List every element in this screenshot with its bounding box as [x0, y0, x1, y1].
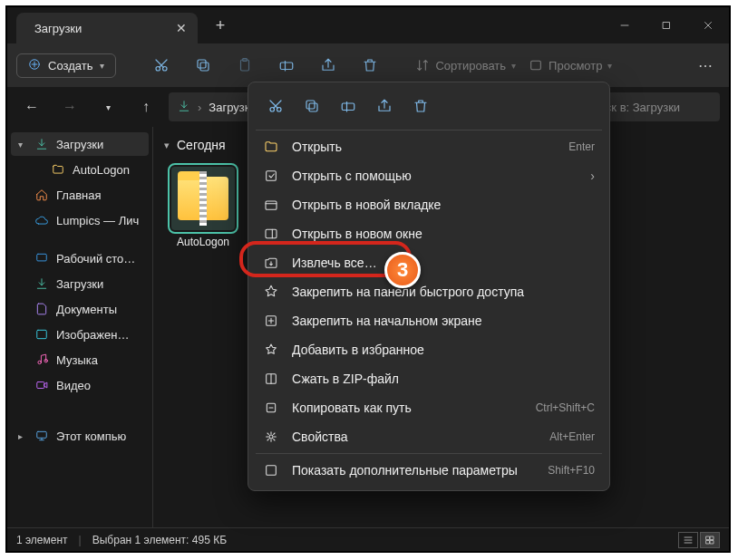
svg-rect-19 [711, 540, 714, 544]
close-tab-icon[interactable]: ✕ [176, 21, 187, 35]
ctx-open-new-window[interactable]: Открыть в новом окне [248, 219, 609, 248]
create-label: Создать [48, 59, 92, 72]
download-icon [178, 100, 190, 115]
svg-rect-16 [706, 536, 710, 540]
forward-button[interactable]: → [54, 92, 85, 122]
chevron-down-icon: ▾ [164, 140, 170, 151]
new-tab-button[interactable]: + [205, 16, 236, 35]
close-window-button[interactable] [687, 7, 729, 43]
sidebar-item-label: Изображен… [56, 328, 129, 342]
ctx-show-more[interactable]: Показать дополнительные параметры Shift+… [248, 456, 609, 485]
up-button[interactable]: ↑ [131, 92, 161, 122]
browser-tab[interactable]: Загрузки ✕ [16, 13, 198, 43]
document-icon [34, 302, 49, 316]
svg-rect-26 [266, 201, 277, 209]
ctx-delete-button[interactable] [406, 92, 435, 121]
sort-button[interactable]: Сортировать▾ [415, 58, 516, 72]
svg-rect-11 [37, 330, 47, 338]
ctx-extract-all[interactable]: Извлечь все… [248, 248, 609, 277]
context-menu: Открыть Enter Открыть с помощью › Открыт… [248, 82, 610, 491]
pictures-icon [34, 327, 49, 342]
back-button[interactable]: ← [16, 92, 47, 122]
zip-icon [178, 177, 228, 220]
paste-button[interactable] [230, 51, 259, 80]
ctx-properties[interactable]: Свойства Alt+Enter [248, 422, 609, 451]
ctx-pin-quick-access[interactable]: Закрепить на панели быстрого доступа [248, 277, 609, 306]
open-with-icon [263, 168, 279, 184]
svg-point-12 [38, 361, 42, 364]
toolbar: Создать ▾ Сортировать▾ Просмотр▾ ⋯ [7, 43, 729, 87]
extract-icon [263, 255, 279, 271]
ctx-copy-button[interactable] [297, 92, 326, 121]
properties-icon [263, 429, 279, 445]
sidebar-item-desktop[interactable]: Рабочий сто… [11, 246, 149, 270]
cut-button[interactable] [147, 51, 176, 80]
sidebar-item-label: Lumpics — Лич [56, 214, 139, 227]
sidebar-item-autologon[interactable]: AutoLogon [11, 158, 149, 181]
pc-icon [34, 429, 49, 443]
sidebar-item-label: AutoLogon [73, 163, 130, 177]
plus-icon [28, 58, 41, 73]
chevron-right-icon: ▸ [18, 431, 27, 441]
svg-rect-0 [664, 23, 670, 29]
step-badge: 3 [384, 252, 421, 288]
copy-button[interactable] [189, 51, 218, 80]
ctx-open[interactable]: Открыть Enter [248, 132, 609, 161]
ctx-rename-button[interactable] [334, 92, 363, 121]
ctx-share-button[interactable] [370, 92, 399, 121]
file-item[interactable]: AutoLogon [171, 167, 235, 248]
sidebar-item-video[interactable]: Видео [11, 373, 149, 397]
minimize-button[interactable] [604, 7, 646, 43]
sidebar-item-label: Документы [56, 303, 117, 316]
create-button[interactable]: Создать ▾ [16, 53, 116, 78]
sidebar-item-home[interactable]: Главная [11, 183, 149, 207]
recent-button[interactable]: ▾ [92, 92, 123, 122]
sidebar-item-label: Загрузки [56, 138, 103, 151]
svg-point-31 [269, 435, 273, 439]
sidebar-item-music[interactable]: Музыка [11, 348, 149, 372]
chevron-down-icon: ▾ [18, 140, 27, 150]
music-icon [34, 352, 49, 367]
more-button[interactable]: ⋯ [691, 51, 720, 80]
file-explorer-window: Загрузки ✕ + Создать ▾ Сортировать▾ [7, 7, 729, 551]
pin-start-icon [263, 313, 279, 329]
svg-rect-9 [531, 61, 541, 69]
rename-button[interactable] [272, 51, 301, 80]
svg-rect-8 [281, 63, 294, 70]
sidebar-item-lumpics[interactable]: ▸ Lumpics — Лич [11, 208, 149, 232]
pin-icon [263, 284, 279, 300]
video-icon [34, 378, 49, 392]
share-button[interactable] [314, 51, 343, 80]
sidebar-item-label: Музыка [56, 353, 98, 367]
ctx-open-new-tab[interactable]: Открыть в новой вкладке [248, 190, 609, 219]
tab-icon [263, 197, 279, 213]
ctx-pin-start[interactable]: Закрепить на начальном экране [248, 306, 609, 335]
maximize-button[interactable] [646, 7, 687, 43]
ctx-compress[interactable]: Сжать в ZIP-файл [248, 364, 609, 393]
sidebar-item-thispc[interactable]: ▸ Этот компью [11, 424, 149, 448]
sidebar-item-label: Главная [56, 188, 101, 202]
delete-button[interactable] [355, 51, 384, 80]
titlebar: Загрузки ✕ + [7, 7, 729, 43]
ctx-add-favorite[interactable]: Добавить в избранное [248, 335, 609, 364]
ctx-copy-path[interactable]: Копировать как путь Ctrl+Shift+C [248, 393, 609, 422]
svg-rect-18 [706, 540, 710, 544]
sidebar-item-downloads2[interactable]: Загрузки [11, 272, 149, 295]
ctx-cut-button[interactable] [261, 92, 290, 121]
svg-rect-22 [309, 103, 317, 111]
file-name: AutoLogon [177, 236, 229, 248]
svg-rect-15 [37, 431, 47, 438]
sidebar-item-documents[interactable]: Документы [11, 297, 149, 321]
sidebar-item-pictures[interactable]: Изображен… [11, 323, 149, 346]
home-icon [34, 188, 49, 202]
sidebar-item-downloads[interactable]: ▾ Загрузки [11, 132, 149, 156]
ctx-open-with[interactable]: Открыть с помощью › [248, 161, 609, 190]
view-button[interactable]: Просмотр▾ [529, 58, 612, 72]
svg-rect-24 [342, 103, 354, 111]
view-icons-button[interactable] [700, 532, 720, 548]
sidebar-item-label: Этот компью [56, 430, 126, 443]
window-icon [263, 226, 279, 242]
folder-icon [51, 162, 65, 177]
status-bar: 1 элемент | Выбран 1 элемент: 495 КБ [7, 527, 729, 551]
view-details-button[interactable] [678, 532, 698, 548]
